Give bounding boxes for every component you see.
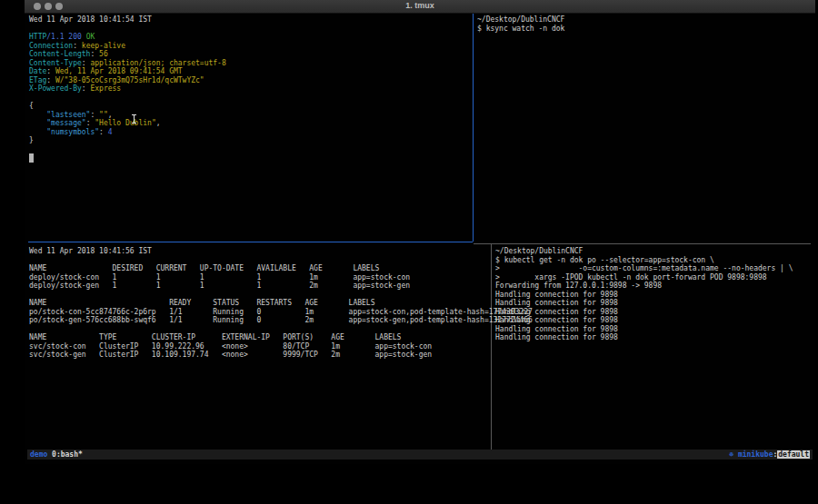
terminal-line: Connection: keep-alive bbox=[29, 42, 471, 51]
terminal-line bbox=[29, 325, 489, 334]
terminal-line: ~/Desktop/DublinCNCF bbox=[495, 247, 809, 256]
terminal-line: Handling connection for 9898 bbox=[495, 316, 809, 325]
status-bar-left: demo 0:bash* bbox=[30, 450, 83, 460]
terminal-line: Date: Wed, 11 Apr 2018 09:41:54 GMT bbox=[29, 67, 471, 76]
desktop-background: 1. tmux Wed 11 Apr 2018 10:41:54 IST HTT… bbox=[0, 0, 818, 504]
terminal-line bbox=[29, 291, 489, 300]
terminal-line: Wed 11 Apr 2018 10:41:56 IST bbox=[29, 247, 489, 256]
terminal-line: $ ksync watch -n dok bbox=[477, 25, 809, 34]
terminal-line: deploy/stock-con 1 1 1 1 1m app=stock-co… bbox=[29, 273, 489, 282]
pane-divider-horizontal-left[interactable] bbox=[28, 242, 473, 242]
kube-cluster-name: minikube bbox=[733, 450, 773, 459]
terminal-line bbox=[29, 25, 471, 34]
terminal-line bbox=[29, 94, 471, 103]
terminal-line: Forwarding from 127.0.0.1:9898 -> 9898 bbox=[495, 282, 809, 291]
pane-divider-horizontal-right[interactable] bbox=[474, 243, 811, 244]
tmux-status-bar: demo 0:bash* ☸ minikube:default bbox=[27, 450, 813, 460]
pane-port-forward-output[interactable]: ~/Desktop/DublinCNCF$ kubectl get -n dok… bbox=[495, 247, 809, 342]
terminal-line: HTTP/1.1 200 OK bbox=[29, 33, 471, 42]
terminal-window: 1. tmux Wed 11 Apr 2018 10:41:54 IST HTT… bbox=[25, 0, 815, 464]
tmux-terminal: Wed 11 Apr 2018 10:41:54 IST HTTP/1.1 20… bbox=[25, 14, 815, 464]
terminal-line: $ kubectl get -n dok po --selector=app=s… bbox=[495, 256, 809, 265]
terminal-line: NAME TYPE CLUSTER-IP EXTERNAL-IP PORT(S)… bbox=[29, 333, 489, 342]
terminal-line: ETag: W/"38-05coCsrg3mQ75sHr1d/qcWTwYZc" bbox=[29, 76, 471, 85]
terminal-line: X-Powered-By: Express bbox=[29, 84, 471, 94]
terminal-line: "lastseen": "", bbox=[29, 111, 471, 120]
terminal-line: Content-Length: 56 bbox=[29, 50, 471, 59]
terminal-line: po/stock-con-5cc874766c-2p6rp 1/1 Runnin… bbox=[29, 308, 489, 317]
terminal-line: } bbox=[29, 136, 471, 145]
pane-divider-vertical-bottom[interactable] bbox=[491, 244, 492, 450]
terminal-line bbox=[29, 256, 489, 265]
pane-kubectl-get-output[interactable]: Wed 11 Apr 2018 10:41:56 IST NAME DESIRE… bbox=[29, 247, 489, 360]
pane-http-response-output[interactable]: Wed 11 Apr 2018 10:41:54 IST HTTP/1.1 20… bbox=[29, 15, 471, 163]
terminal-line: deploy/stock-gen 1 1 1 1 2m app=stock-ge… bbox=[29, 282, 489, 291]
terminal-line: Handling connection for 9898 bbox=[495, 325, 809, 334]
terminal-line: NAME READY STATUS RESTARTS AGE LABELS bbox=[29, 299, 489, 308]
terminal-line: Handling connection for 9898 bbox=[495, 333, 809, 342]
terminal-line: { bbox=[29, 102, 471, 111]
window-tab-bash[interactable]: 0:bash* bbox=[52, 450, 83, 459]
terminal-line: Wed 11 Apr 2018 10:41:54 IST bbox=[29, 15, 471, 25]
terminal-line: po/stock-gen-576cc688bb-swqf6 1/1 Runnin… bbox=[29, 316, 489, 325]
pane-divider-vertical-top[interactable] bbox=[473, 14, 474, 242]
terminal-line: > xargs -IPOD kubectl -n dok port-forwar… bbox=[495, 273, 809, 282]
terminal-line: svc/stock-gen ClusterIP 10.109.197.74 <n… bbox=[29, 351, 489, 360]
terminal-line: Handling connection for 9898 bbox=[495, 308, 809, 317]
window-titlebar: 1. tmux bbox=[25, 0, 815, 14]
session-name: demo bbox=[30, 450, 47, 459]
mouse-text-cursor bbox=[134, 114, 135, 124]
window-title: 1. tmux bbox=[25, 1, 815, 10]
terminal-line: NAME DESIRED CURRENT UP-TO-DATE AVAILABL… bbox=[29, 264, 489, 273]
kube-namespace: default bbox=[777, 450, 810, 459]
terminal-line: Handling connection for 9898 bbox=[495, 299, 809, 308]
terminal-line: "numsymbols": 4 bbox=[29, 128, 471, 137]
terminal-line: svc/stock-con ClusterIP 10.99.222.96 <no… bbox=[29, 342, 489, 351]
pane-ksync-watch[interactable]: ~/Desktop/DublinCNCF$ ksync watch -n dok bbox=[477, 15, 809, 33]
terminal-line bbox=[29, 153, 471, 163]
status-bar-right: ☸ minikube:default bbox=[729, 450, 810, 460]
terminal-line: Handling connection for 9898 bbox=[495, 291, 809, 300]
terminal-line: ~/Desktop/DublinCNCF bbox=[477, 15, 809, 25]
terminal-line: "message": "Hello Dublin", bbox=[29, 119, 471, 128]
terminal-line bbox=[29, 145, 471, 154]
terminal-line: > -o=custom-columns=:metadata.name --no-… bbox=[495, 264, 809, 273]
terminal-line: Content-Type: application/json; charset=… bbox=[29, 59, 471, 68]
